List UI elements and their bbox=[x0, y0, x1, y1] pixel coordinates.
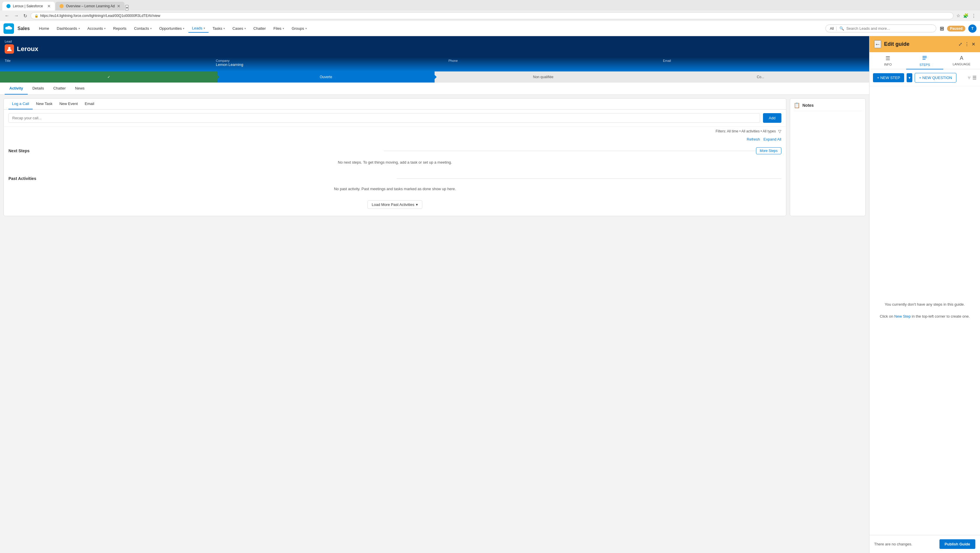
grid-icon[interactable]: ⊞ bbox=[940, 25, 944, 32]
search-icon: 🔍 bbox=[839, 26, 844, 31]
company-value: Lemon Learning bbox=[216, 62, 243, 67]
lead-breadcrumb: Lead bbox=[5, 40, 864, 43]
nav-reports[interactable]: Reports bbox=[110, 24, 130, 32]
subtab-new-event[interactable]: New Event bbox=[56, 99, 81, 110]
inactive-tab[interactable]: Overview – Lemon Learning Ad ✕ bbox=[56, 2, 124, 11]
add-button[interactable]: Add bbox=[763, 113, 781, 123]
close-tab-1[interactable]: ✕ bbox=[47, 4, 51, 8]
salesforce-logo[interactable] bbox=[3, 23, 14, 34]
active-tab[interactable]: Leroux | Salesforce ✕ bbox=[2, 2, 55, 11]
notes-title: 📋 Notes bbox=[794, 102, 862, 111]
tab-activity[interactable]: Activity bbox=[5, 83, 28, 94]
extensions-btn[interactable]: 🧩 bbox=[963, 13, 969, 19]
address-bar[interactable]: 🔒 https://eu14.lightning.force.com/light… bbox=[30, 12, 953, 19]
more-options-icon[interactable]: ⋮ bbox=[964, 41, 969, 47]
hierarchy-icon[interactable]: ⑂ bbox=[968, 75, 970, 81]
nav-tasks[interactable]: Tasks ▾ bbox=[209, 24, 228, 32]
browser-toolbar: ← → ↻ 🔒 https://eu14.lightning.force.com… bbox=[0, 11, 980, 21]
guide-tab-language[interactable]: A LANGUAGE bbox=[943, 52, 980, 69]
empty-state-hint: Click on New Step in the top-left corner… bbox=[880, 313, 970, 319]
subtab-new-task[interactable]: New Task bbox=[33, 99, 56, 110]
refresh-link[interactable]: Refresh bbox=[747, 137, 760, 141]
recap-input[interactable] bbox=[8, 113, 760, 123]
refresh-button[interactable]: ↻ bbox=[22, 13, 28, 19]
nav-opportunities[interactable]: Opportunities ▾ bbox=[156, 24, 188, 32]
more-btn[interactable]: ⋮ bbox=[971, 13, 977, 19]
status-ouverte[interactable]: Ouverte bbox=[217, 72, 434, 83]
nav-groups[interactable]: Groups ▾ bbox=[288, 24, 310, 32]
load-more-label: Load More Past Activities bbox=[372, 202, 414, 207]
new-step-dropdown[interactable]: ▾ bbox=[907, 73, 912, 82]
expand-all-link[interactable]: Expand All bbox=[764, 137, 781, 141]
filters-row: Filters: All time • All activities • All… bbox=[4, 127, 786, 136]
nav-dashboards[interactable]: Dashboards ▾ bbox=[53, 24, 83, 32]
expand-icon[interactable]: ⤢ bbox=[958, 41, 962, 47]
lead-icon bbox=[5, 44, 14, 54]
edit-guide-panel: ← Edit guide ⤢ ⋮ ✕ ☰ INFO STEP bbox=[869, 36, 980, 553]
lemon-favicon bbox=[59, 4, 64, 8]
header-actions: ⤢ ⋮ ✕ bbox=[958, 41, 975, 47]
more-steps-button[interactable]: More Steps bbox=[756, 147, 781, 154]
list-icon[interactable]: ☰ bbox=[972, 75, 977, 81]
new-step-button[interactable]: + NEW STEP bbox=[873, 73, 904, 82]
empty-hint-post: in the top-left corner to create one. bbox=[911, 314, 969, 318]
browser-chrome: Leroux | Salesforce ✕ Overview – Lemon L… bbox=[0, 0, 980, 21]
publish-guide-button[interactable]: Publish Guide bbox=[939, 539, 975, 549]
svg-point-0 bbox=[8, 47, 11, 49]
lead-meta: Title Company Lemon Learning Phone Email bbox=[5, 56, 864, 72]
status-non-qualifiee[interactable]: Non qualifiée bbox=[434, 72, 652, 83]
guide-tab-steps[interactable]: STEPS bbox=[906, 52, 943, 70]
close-tab-2[interactable]: ✕ bbox=[117, 4, 121, 8]
info-tab-icon: ☰ bbox=[886, 55, 890, 62]
forward-button[interactable]: → bbox=[13, 13, 20, 19]
load-more-dropdown-icon: ▾ bbox=[416, 202, 418, 207]
main-content-row: Log a Call New Task New Event Email Add … bbox=[0, 95, 869, 219]
past-activities-header: Past Activities bbox=[4, 173, 786, 182]
past-activities-title: Past Activities bbox=[8, 176, 393, 181]
company-label: Company bbox=[216, 59, 437, 62]
browser-tabs: Leroux | Salesforce ✕ Overview – Lemon L… bbox=[0, 0, 980, 11]
search-bar[interactable]: All 🔍 bbox=[826, 24, 936, 32]
back-button[interactable]: ← bbox=[874, 40, 881, 48]
subtab-log-call[interactable]: Log a Call bbox=[8, 99, 33, 110]
nav-home[interactable]: Home bbox=[36, 24, 53, 32]
status-done[interactable]: ✓ bbox=[0, 72, 217, 83]
empty-hint-pre: Click on bbox=[880, 314, 894, 318]
nav-chatter[interactable]: Chatter bbox=[250, 24, 269, 32]
svg-rect-1 bbox=[923, 56, 927, 57]
tab-chatter[interactable]: Chatter bbox=[49, 83, 71, 94]
actions-row: Refresh Expand All bbox=[4, 136, 786, 144]
section-divider bbox=[384, 151, 756, 151]
tab-news[interactable]: News bbox=[70, 83, 89, 94]
lead-title-row: Leroux bbox=[5, 44, 864, 56]
filter-icon[interactable]: ▽ bbox=[778, 129, 781, 133]
search-scope[interactable]: All bbox=[830, 27, 836, 31]
back-button[interactable]: ← bbox=[3, 13, 11, 19]
nav-files[interactable]: Files ▾ bbox=[270, 24, 287, 32]
sf-content: Lead Leroux Title Company Lemon Learning bbox=[0, 36, 869, 553]
close-icon[interactable]: ✕ bbox=[972, 41, 975, 47]
new-question-button[interactable]: + NEW QUESTION bbox=[915, 73, 956, 83]
phone-label: Phone bbox=[449, 59, 651, 62]
nav-cases[interactable]: Cases ▾ bbox=[229, 24, 250, 32]
nav-leads[interactable]: Leads ▾ bbox=[188, 24, 208, 33]
tab-details[interactable]: Details bbox=[28, 83, 49, 94]
subtab-email[interactable]: Email bbox=[81, 99, 98, 110]
tab-nav: Activity Details Chatter News bbox=[0, 83, 869, 95]
nav-contacts[interactable]: Contacts ▾ bbox=[130, 24, 155, 32]
new-tab-button[interactable]: + bbox=[125, 5, 129, 11]
guide-tab-info[interactable]: ☰ INFO bbox=[869, 52, 906, 69]
bookmark-btn[interactable]: ☆ bbox=[956, 13, 961, 19]
nav-accounts[interactable]: Accounts ▾ bbox=[84, 24, 109, 32]
section-divider-2 bbox=[397, 178, 781, 179]
language-tab-icon: A bbox=[960, 55, 963, 61]
search-input[interactable] bbox=[846, 26, 932, 31]
status-bar: ✓ Ouverte Non qualifiée Co... bbox=[0, 72, 869, 83]
guide-side-actions: ⑂ ☰ bbox=[968, 75, 977, 81]
user-avatar[interactable]: T bbox=[968, 24, 977, 33]
lead-email-field: Email bbox=[663, 59, 864, 67]
header-right: ⊞ Paused T bbox=[940, 24, 977, 33]
load-more-button[interactable]: Load More Past Activities ▾ bbox=[368, 200, 423, 209]
email-label: Email bbox=[663, 59, 864, 62]
status-co[interactable]: Co... bbox=[652, 72, 869, 83]
